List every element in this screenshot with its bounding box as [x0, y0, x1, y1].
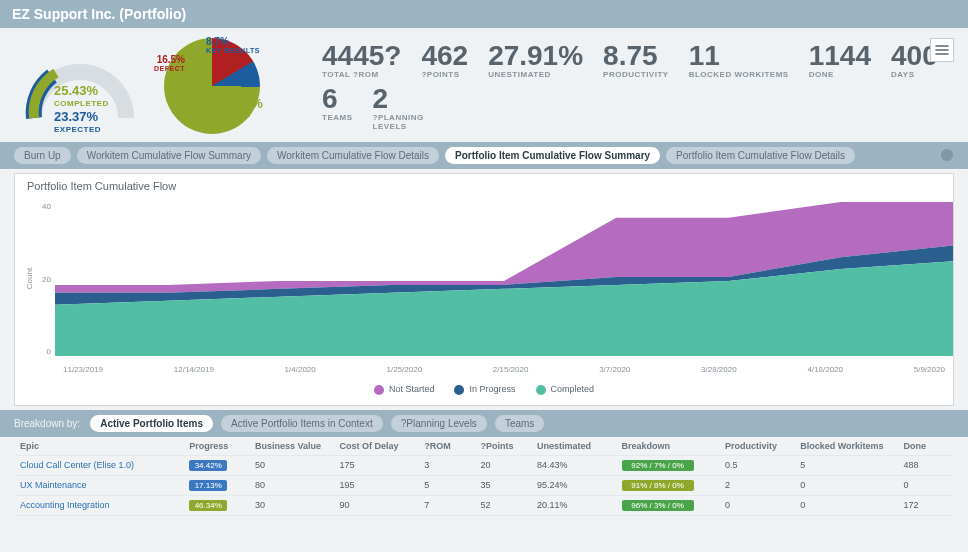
cell-prod: 2	[719, 475, 794, 495]
x-tick: 12/14/2019	[174, 365, 214, 374]
col-header[interactable]: Business Value	[249, 437, 334, 456]
cell-progress: 17.13%	[183, 475, 249, 495]
cell-epic[interactable]: UX Maintenance	[14, 475, 183, 495]
cell-done: 488	[898, 455, 954, 475]
cell-progress: 34.42%	[183, 455, 249, 475]
cell-rom: 3	[418, 455, 474, 475]
kpi-value: 2	[373, 85, 453, 113]
col-header[interactable]: Blocked Workitems	[794, 437, 897, 456]
x-tick: 11/23/2019	[63, 365, 103, 374]
flow-tabbar: Burn UpWorkitem Cumulative Flow SummaryW…	[0, 142, 968, 169]
kpi-value: 8.75	[603, 42, 669, 70]
col-header[interactable]: ?ROM	[418, 437, 474, 456]
col-header[interactable]: ?Points	[475, 437, 531, 456]
tab-flow-1[interactable]: Workitem Cumulative Flow Summary	[77, 147, 261, 164]
cell-breakdown: 91% / 8% / 0%	[616, 475, 719, 495]
cell-blocked: 5	[794, 455, 897, 475]
kpi-3: 8.75PRODUCTIVITY	[603, 42, 669, 79]
y-tick: 20	[42, 275, 51, 284]
kpi-label: ?POINTS	[421, 70, 468, 79]
kpi-5: 1144DONE	[809, 42, 871, 79]
cell-progress: 46.34%	[183, 495, 249, 515]
breakdown-table: EpicProgressBusiness ValueCost Of Delay?…	[14, 437, 954, 516]
cell-done: 172	[898, 495, 954, 515]
kpi-label: DAYS	[891, 70, 938, 79]
cell-bv: 30	[249, 495, 334, 515]
page-title: EZ Support Inc. (Portfolio)	[12, 6, 186, 22]
legend-item: Not Started	[374, 384, 435, 395]
cell-bv: 50	[249, 455, 334, 475]
col-header[interactable]: Done	[898, 437, 954, 456]
col-header[interactable]: Progress	[183, 437, 249, 456]
tab-flow-0[interactable]: Burn Up	[14, 147, 71, 164]
col-header[interactable]: Productivity	[719, 437, 794, 456]
page-title-bar: EZ Support Inc. (Portfolio)	[0, 0, 968, 28]
kpi-label: UNESTIMATED	[488, 70, 583, 79]
svg-point-0	[941, 149, 953, 161]
legend-item: In Progress	[454, 384, 515, 395]
x-tick: 4/18/2020	[807, 365, 843, 374]
cell-unest: 20.11%	[531, 495, 616, 515]
kpi-value: 27.91%	[488, 42, 583, 70]
settings-menu-button[interactable]	[930, 38, 954, 62]
x-tick: 1/4/2020	[285, 365, 316, 374]
cell-epic[interactable]: Cloud Call Center (Elise 1.0)	[14, 455, 183, 475]
chart-title: Portfolio Item Cumulative Flow	[15, 174, 953, 198]
pie-keyresults-label: KEY RESULTS	[206, 47, 260, 54]
kpi-1: 462?POINTS	[421, 42, 468, 79]
kpi-label: BLOCKED WORKITEMS	[689, 70, 789, 79]
breakdown-tabbar: Breakdown by: Active Portfolio ItemsActi…	[0, 410, 968, 437]
cell-breakdown: 96% / 3% / 0%	[616, 495, 719, 515]
chart-y-label: Count	[25, 268, 34, 289]
y-tick: 40	[42, 202, 51, 211]
tab-breakdown-0[interactable]: Active Portfolio Items	[90, 415, 213, 432]
cell-breakdown: 92% / 7% / 0%	[616, 455, 719, 475]
kpi-2: 27.91%UNESTIMATED	[488, 42, 583, 79]
cell-pts: 35	[475, 475, 531, 495]
pie-story-label: STORY	[226, 111, 263, 118]
x-tick: 3/28/2020	[701, 365, 737, 374]
pie-keyresults-value: 8.7	[206, 36, 220, 47]
table-header-row: EpicProgressBusiness ValueCost Of Delay?…	[14, 437, 954, 456]
kpi-grid: 4445?TOTAL ?ROM462?POINTS27.91%UNESTIMAT…	[322, 38, 954, 131]
tab-flow-4[interactable]: Portfolio Item Cumulative Flow Details	[666, 147, 855, 164]
cumulative-flow-panel: Portfolio Item Cumulative Flow Count 402…	[14, 173, 954, 406]
cell-rom: 5	[418, 475, 474, 495]
tab-breakdown-3[interactable]: Teams	[495, 415, 544, 432]
tab-flow-2[interactable]: Workitem Cumulative Flow Details	[267, 147, 439, 164]
tab-breakdown-2[interactable]: ?Planning Levels	[391, 415, 487, 432]
flow-tabbar-close[interactable]	[940, 148, 954, 164]
x-tick: 5/9/2020	[914, 365, 945, 374]
table-row[interactable]: UX Maintenance17.13%8019553595.24%91% / …	[14, 475, 954, 495]
col-header[interactable]: Cost Of Delay	[334, 437, 419, 456]
col-header[interactable]: Unestimated	[531, 437, 616, 456]
cell-cod: 195	[334, 475, 419, 495]
area-chart	[55, 198, 953, 356]
cell-pts: 52	[475, 495, 531, 515]
table-row[interactable]: Accounting Integration46.34%309075220.11…	[14, 495, 954, 515]
table-body: Cloud Call Center (Elise 1.0)34.42%50175…	[14, 455, 954, 515]
kpi-label: PRODUCTIVITY	[603, 70, 669, 79]
cell-cod: 175	[334, 455, 419, 475]
cell-cod: 90	[334, 495, 419, 515]
breakdown-label: Breakdown by:	[14, 418, 80, 429]
cell-bv: 80	[249, 475, 334, 495]
cell-epic[interactable]: Accounting Integration	[14, 495, 183, 515]
tab-breakdown-1[interactable]: Active Portfolio Items in Context	[221, 415, 383, 432]
cell-blocked: 0	[794, 475, 897, 495]
close-icon	[940, 148, 954, 162]
kpi-value: 4445?	[322, 42, 401, 70]
chart-plot-area: 11/23/201912/14/20191/4/20201/25/20202/1…	[55, 198, 953, 378]
cell-rom: 7	[418, 495, 474, 515]
gauge-expected-label: EXPECTED	[54, 123, 109, 136]
tab-flow-3[interactable]: Portfolio Item Cumulative Flow Summary	[445, 147, 660, 164]
x-tick: 3/7/2020	[599, 365, 630, 374]
kpi-value: 462	[421, 42, 468, 70]
x-tick: 2/15/2020	[493, 365, 529, 374]
table-row[interactable]: Cloud Call Center (Elise 1.0)34.42%50175…	[14, 455, 954, 475]
col-header[interactable]: Epic	[14, 437, 183, 456]
summary-strip: 25.43% COMPLETED 23.37% EXPECTED 8.7% KE…	[0, 28, 968, 142]
kpi-0: 4445?TOTAL ?ROM	[322, 42, 401, 79]
kpi-value: 6	[322, 85, 353, 113]
col-header[interactable]: Breakdown	[616, 437, 719, 456]
